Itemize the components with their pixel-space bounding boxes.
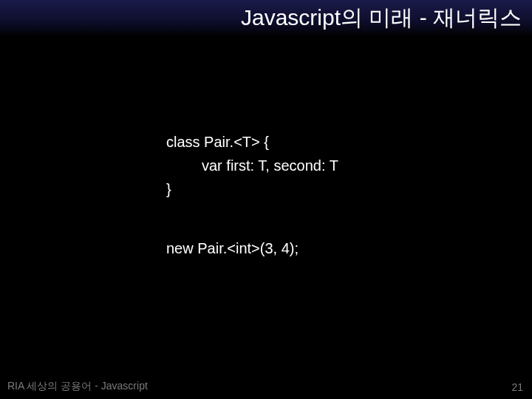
slide-title: Javascript의 미래 - 재너릭스 <box>241 3 522 33</box>
page-number: 21 <box>511 381 523 393</box>
code-line: class Pair.<T> { <box>166 130 506 154</box>
slide: Javascript의 미래 - 재너릭스 class Pair.<T> { v… <box>0 0 532 399</box>
code-line: new Pair.<int>(3, 4); <box>166 236 506 260</box>
footer-left: RIA 세상의 공용어 - Javascript <box>7 380 148 393</box>
code-block: class Pair.<T> { var first: T, second: T… <box>166 130 506 260</box>
code-line: } <box>166 177 506 201</box>
code-line: var first: T, second: T <box>166 154 506 177</box>
